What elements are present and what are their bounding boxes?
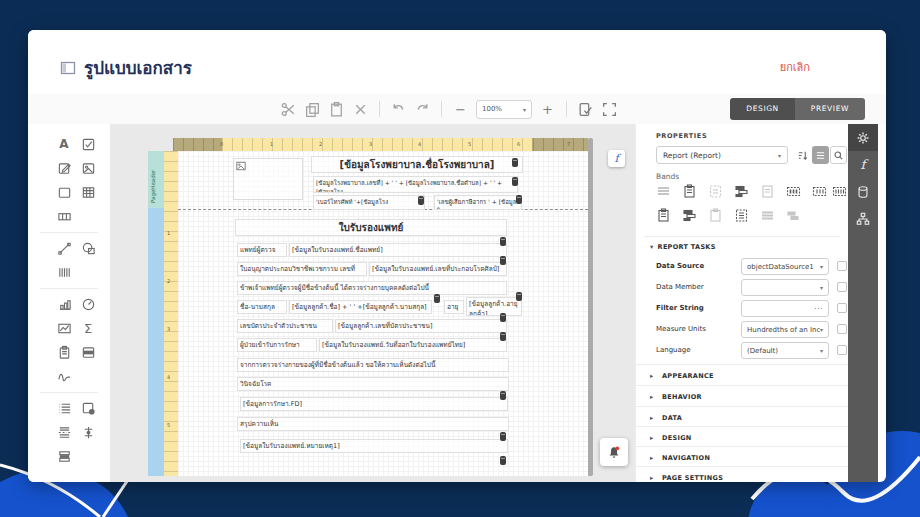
section-appearance[interactable]: ▸APPEARANCE xyxy=(636,364,848,385)
fullscreen-icon[interactable] xyxy=(601,101,618,118)
cut-icon[interactable] xyxy=(280,101,297,118)
band-icon[interactable] xyxy=(708,184,723,199)
detail-band-strip[interactable] xyxy=(148,208,164,476)
notifications-button[interactable] xyxy=(600,438,628,466)
band-icon[interactable] xyxy=(760,208,775,223)
cross-band-tool[interactable] xyxy=(56,448,72,464)
language-select[interactable]: (Default)▾ xyxy=(741,342,829,359)
task-checkbox[interactable] xyxy=(837,324,847,334)
report-field[interactable]: เลขบัตรประจำตัวประชาชน xyxy=(237,319,333,333)
gauge-tool[interactable] xyxy=(80,296,96,312)
properties-gear-tab[interactable] xyxy=(848,124,878,151)
validate-icon[interactable] xyxy=(577,101,594,118)
task-checkbox[interactable] xyxy=(837,282,847,292)
report-field[interactable]: จากการตรวจร่างกายของผู้ที่มีชื่อข้างต้นแ… xyxy=(237,358,509,372)
pdf-content-tool[interactable] xyxy=(80,344,96,360)
sort-az-button[interactable] xyxy=(794,146,811,164)
preview-tab[interactable]: PREVIEW xyxy=(795,98,865,120)
picturebox-tool[interactable] xyxy=(80,160,96,176)
report-field[interactable]: [ข้อมูลการรักษา.FD] xyxy=(240,397,508,411)
band-icon[interactable] xyxy=(734,184,749,199)
band-icon[interactable] xyxy=(832,184,847,199)
checkbox-tool[interactable] xyxy=(80,136,96,152)
report-field[interactable]: อายุ xyxy=(444,300,464,314)
report-field[interactable]: วินิจฉัยโรค xyxy=(237,377,509,391)
report-explorer-tab[interactable] xyxy=(848,205,878,232)
page-info-tool[interactable] xyxy=(56,344,72,360)
section-page-settings[interactable]: ▸PAGE SETTINGS xyxy=(636,466,848,482)
band-icon[interactable] xyxy=(812,184,827,199)
shape-tool[interactable] xyxy=(80,240,96,256)
copy-icon[interactable] xyxy=(304,101,321,118)
band-icon[interactable] xyxy=(656,208,671,223)
band-icon[interactable] xyxy=(734,208,749,223)
signature-tool[interactable] xyxy=(56,368,72,384)
expressions-tab[interactable]: f xyxy=(848,151,878,178)
page-break-tool[interactable] xyxy=(56,424,72,440)
report-field[interactable]: ผู้ป่วยเข้ารับการรักษา xyxy=(237,338,317,352)
report-field[interactable]: [ข้อมูลลูกค้า.อายุ ลูกค้า] xyxy=(466,297,522,316)
report-field[interactable]: [ข้อมูลใบรับรองแพทย์.หมายเหตุ1] xyxy=(240,439,508,453)
canvas-scrollbar[interactable] xyxy=(588,138,593,476)
data-member-select[interactable]: ▾ xyxy=(741,279,829,296)
band-icon[interactable] xyxy=(656,184,671,199)
task-checkbox[interactable] xyxy=(837,261,847,271)
page-header-band-strip[interactable]: PageHeader xyxy=(148,151,164,208)
hospital-tax-field[interactable]: 'เลขผู้เสียภาษีอากร ' + [ข้อมูลโรง xyxy=(434,195,522,210)
data-source-select[interactable]: objectDataSource1▾ xyxy=(741,258,829,275)
task-checkbox[interactable] xyxy=(837,345,847,355)
report-field[interactable]: [ข้อมูลใบรับรองแพทย์.เลขที่ประกอบโรคศิลป… xyxy=(369,262,507,276)
barcode-tool[interactable] xyxy=(56,264,72,280)
section-data[interactable]: ▸DATA xyxy=(636,406,848,427)
section-behavior[interactable]: ▸BEHAVIOR xyxy=(636,385,848,406)
table-tool[interactable] xyxy=(80,184,96,200)
band-icon[interactable] xyxy=(786,208,801,223)
expression-f-button[interactable]: f xyxy=(608,150,625,167)
filter-string-input[interactable]: ⋯ xyxy=(741,300,829,317)
character-comb-tool[interactable] xyxy=(56,208,72,224)
line-tool[interactable] xyxy=(56,240,72,256)
zoom-select[interactable]: 100% ▾ xyxy=(476,100,532,119)
group-view-button[interactable] xyxy=(812,146,829,164)
report-field[interactable]: ข้าพเจ้าแพทย์ผู้ตรวจผู้มีชื่อข้างต้นนี้ … xyxy=(237,281,507,295)
hospital-name-field[interactable]: [ข้อมูลโรงพยาบาล.ชื่อโรงพยาบาล] xyxy=(311,156,523,173)
report-field[interactable]: [ข้อมูลใบรับรองแพทย์.วันที่ออกใบรับรองแพ… xyxy=(319,338,507,352)
panel-tool[interactable] xyxy=(56,184,72,200)
document-title-field[interactable]: ใบรับรองแพทย์ xyxy=(235,219,507,236)
sparkline-tool[interactable] xyxy=(56,320,72,336)
zoom-out-icon[interactable]: − xyxy=(452,101,469,118)
section-design[interactable]: ▸DESIGN xyxy=(636,426,848,447)
report-field[interactable]: ชื่อ-นามสกุล xyxy=(237,300,287,314)
band-icon[interactable] xyxy=(786,184,801,199)
report-field[interactable]: แพทย์ผู้ตรวจ xyxy=(237,243,287,257)
logo-picture-box[interactable] xyxy=(233,158,303,200)
paste-icon[interactable] xyxy=(328,101,345,118)
undo-icon[interactable] xyxy=(390,101,407,118)
task-checkbox[interactable] xyxy=(837,303,847,313)
band-icon[interactable] xyxy=(682,208,697,223)
richtext-tool[interactable] xyxy=(56,160,72,176)
zoom-in-icon[interactable]: + xyxy=(539,101,556,118)
report-field[interactable]: [ข้อมูลใบรับรองแพทย์.ชื่อแพทย์] xyxy=(289,243,507,257)
label-tool[interactable]: A xyxy=(56,136,72,152)
delete-icon[interactable] xyxy=(352,101,369,118)
search-button[interactable] xyxy=(830,146,847,164)
section-navigation[interactable]: ▸NAVIGATION xyxy=(636,446,848,467)
report-field[interactable]: [ข้อมูลลูกค้า.เลขที่บัตรประชาชน] xyxy=(335,319,507,333)
component-selector[interactable]: Report (Report) ▾ xyxy=(656,146,788,164)
field-list-tab[interactable] xyxy=(848,178,878,205)
detail-band-tool[interactable] xyxy=(56,400,72,416)
summary-sigma-tool[interactable]: Σ xyxy=(80,320,96,336)
report-field[interactable]: สรุปความเห็น xyxy=(237,417,509,431)
cancel-link[interactable]: ยกเลิก xyxy=(780,58,810,76)
design-tab[interactable]: DESIGN xyxy=(730,98,795,120)
subreport-tool[interactable] xyxy=(80,400,96,416)
report-field[interactable]: ใบอนุญาตประกอบวิชาชีพเวชกรรม เลขที่ xyxy=(237,262,367,276)
band-icon[interactable] xyxy=(708,208,723,223)
measure-units-select[interactable]: Hundredths of an Inch▾ xyxy=(741,321,829,338)
report-page[interactable]: [ข้อมูลโรงพยาบาล.ชื่อโรงพยาบาล] [ข้อมูลโ… xyxy=(178,151,588,476)
hospital-address-field[interactable]: [ข้อมูลโรงพยาบาล.เลขที่] + ' ' + [ข้อมูล… xyxy=(313,176,518,193)
report-tasks-header[interactable]: ▾REPORT TASKS xyxy=(650,243,716,251)
band-icon[interactable] xyxy=(682,184,697,199)
report-field[interactable]: [ข้อมูลลูกค้า.ชื่อ] + ' ' +[ข้อมูลลูกค้า… xyxy=(289,300,432,314)
